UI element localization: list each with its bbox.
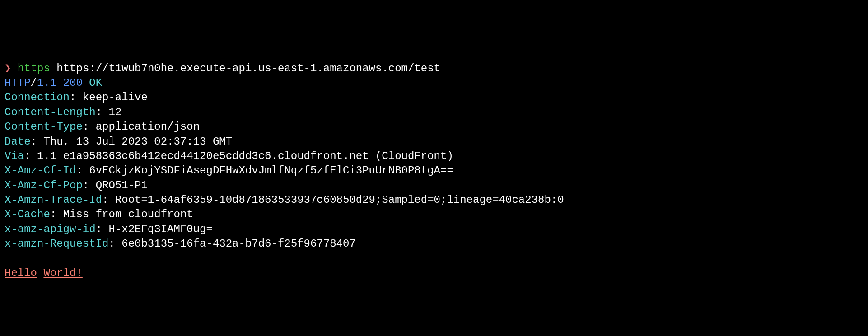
header-line: X-Cache: Miss from cloudfront	[5, 207, 863, 222]
protocol: HTTP	[5, 77, 31, 89]
header-key: x-amzn-RequestId	[5, 238, 108, 250]
header-value: Thu, 13 Jul 2023 02:37:13 GMT	[43, 135, 232, 148]
header-colon: :	[96, 106, 102, 118]
status-line: HTTP/1.1 200 OK	[5, 76, 863, 90]
header-value: QRO51-P1	[96, 179, 148, 191]
header-key: Connection	[5, 91, 70, 103]
header-line: Content-Length: 12	[5, 105, 863, 120]
header-value: 6e0b3135-16fa-432a-b7d6-f25f96778407	[121, 238, 355, 250]
header-key: X-Cache	[5, 208, 50, 220]
header-key: X-Amz-Cf-Id	[5, 164, 76, 177]
terminal-output[interactable]: ❯ https https://t1wub7n0he.execute-api.u…	[5, 61, 863, 281]
header-line: Content-Type: application/json	[5, 120, 863, 134]
command-arg: https://t1wub7n0he.execute-api.us-east-1…	[56, 62, 440, 75]
prompt-caret: ❯	[5, 62, 11, 75]
header-line: x-amz-apigw-id: H-x2EFq3IAMF0ug=	[5, 222, 863, 237]
header-key: X-Amz-Cf-Pop	[5, 179, 83, 191]
command-name: https	[18, 62, 50, 75]
header-line: Connection: keep-alive	[5, 90, 863, 105]
header-value: 12	[108, 106, 121, 118]
header-line: Date: Thu, 13 Jul 2023 02:37:13 GMT	[5, 135, 863, 149]
header-colon: :	[70, 91, 76, 103]
header-value: Miss from cloudfront	[63, 208, 193, 220]
header-key: Date	[5, 135, 31, 148]
header-key: Content-Length	[5, 106, 96, 118]
header-line: X-Amz-Cf-Id: 6vECkjzKojYSDFiAsegDFHwXdvJ…	[5, 163, 863, 178]
body-word-2: World!	[43, 267, 82, 279]
header-line: X-Amzn-Trace-Id: Root=1-64af6359-10d8718…	[5, 193, 863, 207]
header-value: application/json	[96, 121, 200, 133]
header-value: 1.1 e1a958363c6b412ecd44120e5cddd3c6.clo…	[37, 150, 453, 162]
header-key: Via	[5, 150, 24, 162]
protocol-version: 1.1	[37, 77, 56, 89]
command-line[interactable]: ❯ https https://t1wub7n0he.execute-api.u…	[5, 61, 863, 76]
status-text: OK	[89, 77, 102, 89]
header-key: x-amz-apigw-id	[5, 223, 96, 235]
header-key: X-Amzn-Trace-Id	[5, 194, 102, 206]
header-value: Root=1-64af6359-10d871863533937c60850d29…	[115, 194, 564, 206]
header-value: H-x2EFq3IAMF0ug=	[108, 223, 212, 235]
response-body: Hello World!	[5, 266, 863, 280]
header-line: x-amzn-RequestId: 6e0b3135-16fa-432a-b7d…	[5, 237, 863, 251]
status-code: 200	[63, 77, 83, 89]
body-word-1: Hello	[5, 267, 37, 279]
header-colon: :	[76, 164, 82, 177]
header-colon: :	[83, 179, 89, 191]
header-value: 6vECkjzKojYSDFiAsegDFHwXdvJmlfNqzf5zfElC…	[89, 164, 453, 177]
header-key: Content-Type	[5, 121, 83, 133]
header-line: X-Amz-Cf-Pop: QRO51-P1	[5, 178, 863, 193]
header-colon: :	[24, 150, 30, 162]
header-colon: :	[102, 194, 108, 206]
header-colon: :	[108, 238, 115, 250]
header-line: Via: 1.1 e1a958363c6b412ecd44120e5cddd3c…	[5, 149, 863, 163]
header-colon: :	[31, 135, 37, 148]
header-value: keep-alive	[83, 91, 148, 103]
header-colon: :	[96, 223, 102, 235]
protocol-slash: /	[31, 77, 37, 89]
header-colon: :	[50, 208, 56, 220]
blank-line	[5, 252, 863, 266]
header-colon: :	[83, 121, 89, 133]
